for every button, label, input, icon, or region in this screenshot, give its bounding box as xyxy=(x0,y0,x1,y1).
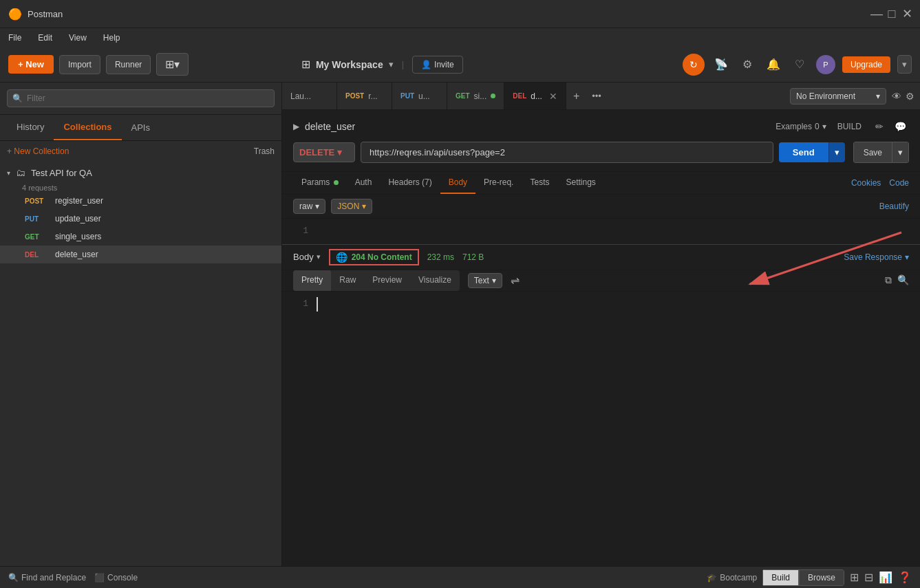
tab-label-post: r... xyxy=(368,91,377,101)
save-dropdown-button[interactable]: ▾ xyxy=(892,142,909,163)
tab-put[interactable]: PUT u... xyxy=(392,83,447,109)
heart-icon[interactable]: ♡ xyxy=(790,55,809,74)
req-tab-headers[interactable]: Headers (7) xyxy=(380,172,440,194)
status-container: 🌐 204 No Content xyxy=(329,249,419,265)
text-format-dropdown[interactable]: Text ▾ xyxy=(468,273,502,288)
runner-button[interactable]: Runner xyxy=(106,55,151,74)
find-replace-button[interactable]: 🔍 Find and Replace xyxy=(8,573,86,582)
app-title: Postman xyxy=(28,9,63,19)
save-response-button[interactable]: Save Response ▾ xyxy=(844,252,909,262)
menu-help[interactable]: Help xyxy=(100,32,123,44)
method-chevron: ▾ xyxy=(337,147,342,157)
bootcamp-button[interactable]: 🎓 Bootcamp xyxy=(707,573,757,582)
save-button[interactable]: Save xyxy=(853,142,892,163)
console-button[interactable]: ⬛ Console xyxy=(94,573,138,582)
resp-tab-pretty[interactable]: Pretty xyxy=(293,270,331,291)
layout-icon[interactable]: ⊟ xyxy=(864,571,873,584)
req-tab-auth[interactable]: Auth xyxy=(347,172,381,194)
invite-button[interactable]: 👤 Invite xyxy=(412,56,463,74)
tab-apis[interactable]: APIs xyxy=(122,116,160,140)
request-title: delete_user xyxy=(305,121,355,132)
send-dropdown-button[interactable]: ▾ xyxy=(828,142,845,162)
wrap-lines-icon[interactable]: ⇌ xyxy=(511,274,520,287)
build-button[interactable]: Build xyxy=(762,569,799,586)
eye-icon[interactable]: 👁 xyxy=(892,91,901,102)
req-tab-params[interactable]: Params xyxy=(293,172,347,194)
resp-tab-visualize[interactable]: Visualize xyxy=(410,270,460,291)
tab-add-button[interactable]: + xyxy=(566,83,586,109)
workspace-icon: ⊞ xyxy=(301,58,310,71)
split-pane-icon[interactable]: ⊞ xyxy=(850,571,859,584)
code-line-1: 1 xyxy=(282,224,920,239)
response-body-content[interactable]: 1 xyxy=(282,292,920,566)
bootcamp-icon: 🎓 xyxy=(707,573,717,582)
sync-button[interactable]: ↻ xyxy=(683,54,705,76)
menu-view[interactable]: View xyxy=(66,32,89,44)
method-dropdown[interactable]: DELETE ▾ xyxy=(293,142,355,162)
interceptor-icon[interactable]: 📡 xyxy=(712,55,731,74)
tab-launch[interactable]: Lau... xyxy=(282,83,337,109)
env-selected: No Environment xyxy=(796,91,855,101)
req-tab-prereq[interactable]: Pre-req. xyxy=(475,172,522,194)
tab-overflow-button[interactable]: ••• xyxy=(586,83,607,109)
menu-file[interactable]: File xyxy=(6,32,24,44)
tab-get[interactable]: GET si... xyxy=(447,83,504,109)
settings-icon[interactable]: ⚙ xyxy=(738,55,757,74)
avatar[interactable]: P xyxy=(816,55,835,74)
body-format-chevron: ▾ xyxy=(362,202,366,211)
workspace-name[interactable]: My Workspace xyxy=(316,59,383,70)
browse-button[interactable]: Browse xyxy=(799,569,844,586)
examples-button[interactable]: Examples 0 ▾ xyxy=(775,122,826,131)
layout-button[interactable]: ⊞▾ xyxy=(156,53,189,76)
collection-item[interactable]: ▾ 🗂 Test API for QA xyxy=(0,162,281,184)
environment-selector: No Environment ▾ 👁 ⚙ xyxy=(790,83,920,109)
upgrade-chevron[interactable]: ▾ xyxy=(897,55,912,74)
import-button[interactable]: Import xyxy=(59,55,100,74)
beautify-button[interactable]: Beautify xyxy=(879,202,909,211)
search-response-icon[interactable]: 🔍 xyxy=(897,274,909,286)
tab-history[interactable]: History xyxy=(7,115,54,140)
help-icon[interactable]: ❓ xyxy=(898,571,912,584)
trash-button[interactable]: Trash xyxy=(254,146,275,156)
req-tab-tests[interactable]: Tests xyxy=(522,172,557,194)
notifications-icon[interactable]: 🔔 xyxy=(764,55,783,74)
request-item-update[interactable]: PUT update_user xyxy=(0,210,281,228)
resp-tab-raw[interactable]: Raw xyxy=(331,270,364,291)
new-button[interactable]: + New xyxy=(8,55,54,74)
tab-collections[interactable]: Collections xyxy=(54,115,121,140)
chart-icon[interactable]: 📊 xyxy=(879,571,892,584)
req-tab-body[interactable]: Body xyxy=(440,172,475,194)
menu-edit[interactable]: Edit xyxy=(35,32,55,44)
body-type-dropdown[interactable]: raw ▾ xyxy=(293,199,325,214)
minimize-button[interactable]: — xyxy=(872,9,881,19)
tab-close-icon[interactable]: ✕ xyxy=(549,91,557,102)
maximize-button[interactable]: □ xyxy=(887,9,897,19)
url-input[interactable] xyxy=(361,142,773,163)
code-link[interactable]: Code xyxy=(889,178,909,188)
request-item-register[interactable]: POST register_user xyxy=(0,192,281,210)
cookies-link[interactable]: Cookies xyxy=(851,178,881,188)
copy-response-icon[interactable]: ⧉ xyxy=(885,274,892,286)
edit-pencil-icon[interactable]: ✏ xyxy=(873,118,886,135)
body-format-dropdown[interactable]: JSON ▾ xyxy=(331,199,372,214)
code-editor[interactable]: 1 xyxy=(282,219,920,244)
resp-tab-preview[interactable]: Preview xyxy=(364,270,410,291)
comment-icon[interactable]: 💬 xyxy=(892,118,909,135)
build-label[interactable]: BUILD xyxy=(832,119,867,134)
search-input[interactable] xyxy=(7,89,275,107)
new-collection-button[interactable]: + New Collection xyxy=(7,146,69,156)
tab-post[interactable]: POST r... xyxy=(337,83,392,109)
upgrade-button[interactable]: Upgrade xyxy=(842,56,890,73)
send-button[interactable]: Send xyxy=(779,142,828,162)
environment-dropdown[interactable]: No Environment ▾ xyxy=(790,88,886,105)
workspace-chevron[interactable]: ▾ xyxy=(389,59,394,69)
toolbar-right: ↻ 📡 ⚙ 🔔 ♡ P Upgrade ▾ xyxy=(683,54,912,76)
response-chevron[interactable]: ▾ xyxy=(317,252,321,261)
tab-delete[interactable]: DEL d... ✕ xyxy=(504,83,566,109)
req-tab-settings[interactable]: Settings xyxy=(557,172,603,194)
close-button[interactable]: ✕ xyxy=(902,9,912,19)
env-settings-icon[interactable]: ⚙ xyxy=(906,91,914,102)
request-item-single[interactable]: GET single_users xyxy=(0,228,281,246)
request-item-delete[interactable]: DEL delete_user xyxy=(0,246,281,263)
request-expand-icon[interactable]: ▶ xyxy=(293,122,299,131)
